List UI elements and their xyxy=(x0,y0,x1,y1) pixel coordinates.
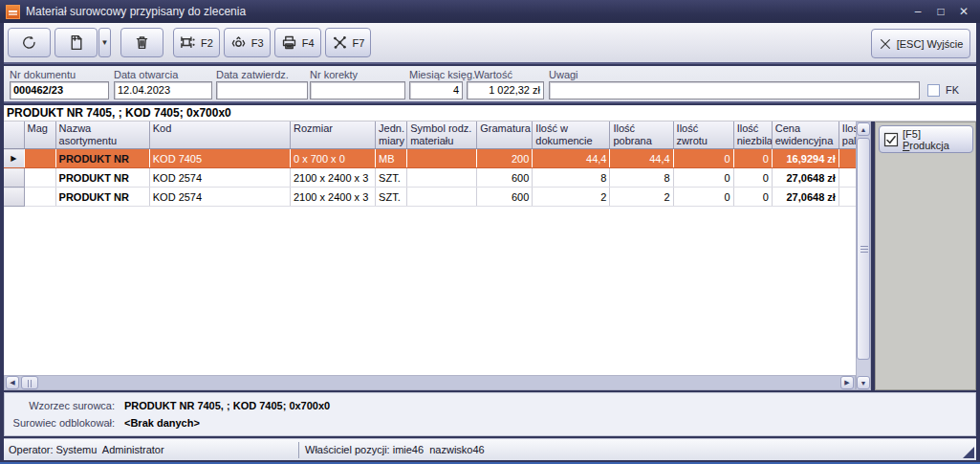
network-f7-button[interactable]: F7 xyxy=(325,28,372,57)
col-header-ilosc-zwrotu[interactable]: Ilość zwrotu xyxy=(673,122,733,149)
cell-nazwa: PRODUKT NR xyxy=(55,168,149,188)
col-header-nazwa[interactable]: Nazwa asortymentu xyxy=(55,122,149,149)
f4-label: F4 xyxy=(302,37,315,49)
f7-label: F7 xyxy=(353,37,365,49)
document-fields: Nr dokumentu Data otwarcia Data zatwierd… xyxy=(4,66,976,103)
data-otwarcia-field[interactable]: 12.04.2023 xyxy=(114,81,212,99)
print-f4-button[interactable]: F4 xyxy=(274,28,321,57)
col-header-jedn-miary[interactable]: Jedn. miary xyxy=(376,122,407,149)
nr-dokumentu-field[interactable]: 000462/23 xyxy=(10,81,109,99)
materials-table: Mag Nazwa asortymentu Kod Rozmiar Jedn. … xyxy=(4,122,856,375)
refresh-button[interactable] xyxy=(8,28,51,57)
cell-mag xyxy=(24,168,55,188)
cell-ilosc-niezbilan: 0 xyxy=(733,188,772,207)
minimize-button[interactable]: – xyxy=(911,5,925,18)
odblokowal-label: Surowiec odblokował: xyxy=(0,417,115,429)
vertical-scroll-thumb[interactable] xyxy=(857,138,870,360)
toolbar: ▼ F2 F3 xyxy=(4,23,976,64)
col-header-ilosc-pobrana[interactable]: Ilość pobrana xyxy=(610,122,673,149)
odblokowal-value: <Brak danych> xyxy=(124,417,200,429)
cell-symbol xyxy=(407,188,477,207)
target-icon xyxy=(230,34,247,51)
f2-label: F2 xyxy=(201,37,213,49)
new-document-icon xyxy=(68,34,84,51)
col-header-mag[interactable]: Mag xyxy=(24,122,55,149)
info-panel: Wzorzec surowca: PRODUKT NR 7405, ; KOD … xyxy=(4,392,976,436)
uwagi-field[interactable] xyxy=(549,81,920,99)
production-f5-button[interactable]: [F5] Produkcja xyxy=(879,125,973,153)
window-title: Materiał surowcowy przypisany do zleceni… xyxy=(26,5,246,18)
cell-gramatura: 200 xyxy=(477,149,533,168)
vertical-scrollbar[interactable]: ▲ ▼ xyxy=(856,122,871,390)
fk-label: FK xyxy=(946,84,959,96)
status-divider xyxy=(298,442,299,458)
col-header-rozmiar[interactable]: Rozmiar xyxy=(290,122,375,149)
table-row[interactable]: ▶ PRODUKT NR KOD 7405 0 x 700 x 0 MB 200… xyxy=(4,149,856,168)
cell-pale xyxy=(838,188,856,207)
cell-jedn: MB xyxy=(376,149,407,168)
cell-kod: KOD 2574 xyxy=(149,188,290,207)
maximize-button[interactable]: □ xyxy=(934,5,947,18)
col-header-symbol[interactable]: Symbol rodz. materiału xyxy=(407,122,477,149)
cell-cena: 27,0648 zł xyxy=(772,188,838,207)
edit-f2-button[interactable]: F2 xyxy=(173,28,220,57)
status-bar: Operator: Systemu Administrator Właścici… xyxy=(4,438,976,460)
cell-ilosc-pobrana: 44,4 xyxy=(610,149,673,168)
cell-gramatura: 600 xyxy=(477,188,533,207)
cell-kod: KOD 2574 xyxy=(149,168,290,188)
col-header-cena[interactable]: Cena ewidencyjna xyxy=(772,122,838,149)
close-button[interactable]: ✕ xyxy=(957,5,970,18)
cell-jedn: SZT. xyxy=(376,188,407,207)
wartosc-field[interactable]: 1 022,32 zł xyxy=(467,81,544,99)
data-otwarcia-label: Data otwarcia xyxy=(114,69,178,80)
group-header: PRODUKT NR 7405, ; KOD 7405; 0x700x0 xyxy=(4,105,976,122)
col-header-gramatura[interactable]: Gramatura xyxy=(477,122,533,149)
scroll-left-icon[interactable]: ◀ xyxy=(6,376,19,389)
cell-ilosc-zwrotu: 0 xyxy=(673,188,733,207)
network-icon xyxy=(332,34,348,51)
miesiac-ksieg-field[interactable]: 4 xyxy=(409,81,463,99)
cell-ilosc-zwrotu: 0 xyxy=(673,168,733,188)
rack-icon xyxy=(180,34,196,51)
side-panel: [F5] Produkcja xyxy=(875,122,976,390)
scroll-right-icon[interactable]: ▶ xyxy=(840,376,854,389)
cell-rozmiar: 2100 x 2400 x 3 xyxy=(290,168,375,188)
col-header-ilosc-palet[interactable]: Ilość pale xyxy=(838,122,856,149)
cell-pale xyxy=(838,168,856,188)
table-row[interactable]: PRODUKT NR KOD 2574 2100 x 2400 x 3 SZT.… xyxy=(4,188,856,207)
new-document-button[interactable] xyxy=(54,28,98,57)
data-zatwierdz-field[interactable] xyxy=(216,81,308,99)
printer-icon xyxy=(281,34,297,51)
new-document-dropdown[interactable]: ▼ xyxy=(98,28,111,57)
exit-label: [ESC] Wyjście xyxy=(897,38,964,50)
cell-nazwa: PRODUKT NR xyxy=(55,149,149,168)
wartosc-label: Wartość xyxy=(474,69,512,80)
nr-korekty-field[interactable] xyxy=(310,81,405,99)
operator-status: Operator: Systemu Administrator xyxy=(9,444,298,455)
cell-gramatura: 600 xyxy=(477,168,533,188)
scroll-up-icon[interactable]: ▲ xyxy=(857,122,870,136)
col-header-kod[interactable]: Kod xyxy=(149,122,290,149)
cell-pale xyxy=(838,149,856,168)
cell-nazwa: PRODUKT NR xyxy=(55,188,149,207)
resize-grip-icon[interactable] xyxy=(963,447,974,458)
scroll-down-icon[interactable]: ▼ xyxy=(857,376,870,389)
col-header-ilosc-dok[interactable]: Ilość w dokumencie xyxy=(533,122,610,149)
col-header-ilosc-niezbilan[interactable]: Ilość niezbilan xyxy=(733,122,772,149)
locate-f3-button[interactable]: F3 xyxy=(224,28,271,57)
horizontal-scroll-thumb[interactable] xyxy=(21,376,38,389)
horizontal-scrollbar[interactable]: ◀ ▶ xyxy=(4,375,856,390)
delete-button[interactable] xyxy=(120,28,163,57)
f3-label: F3 xyxy=(251,37,264,49)
cell-ilosc-pobrana: 8 xyxy=(610,168,673,188)
exit-button[interactable]: [ESC] Wyjście xyxy=(871,29,970,58)
uwagi-label: Uwagi xyxy=(549,69,578,80)
table-row[interactable]: PRODUKT NR KOD 2574 2100 x 2400 x 3 SZT.… xyxy=(4,168,856,188)
selector-column-header xyxy=(4,122,24,149)
cell-ilosc-dok: 8 xyxy=(533,168,610,188)
data-zatwierdz-label: Data zatwierdz. xyxy=(216,69,289,80)
miesiac-ksieg-label: Miesiąc księg. xyxy=(409,69,475,80)
owner-status: Właściciel pozycji: imie46 nazwisko46 xyxy=(305,444,485,455)
cell-mag xyxy=(24,188,55,207)
fk-checkbox[interactable] xyxy=(927,84,940,97)
